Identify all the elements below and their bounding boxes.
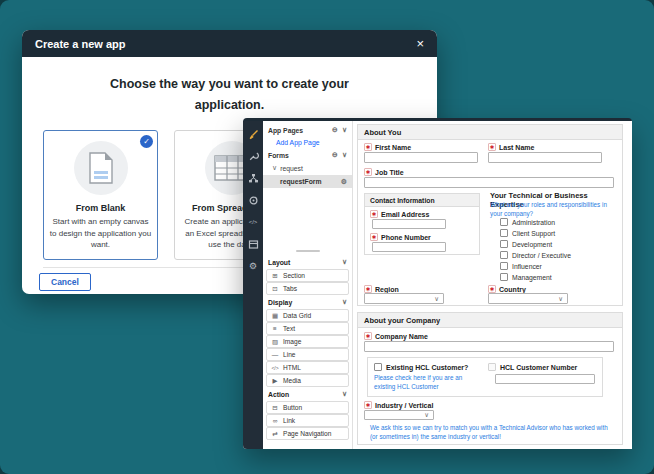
page-navigation-icon: ⇄ bbox=[271, 430, 279, 438]
cancel-button[interactable]: Cancel bbox=[39, 273, 91, 291]
checkbox-administration[interactable]: Administration bbox=[500, 218, 555, 226]
email-address-input[interactable] bbox=[372, 219, 446, 229]
palette-item-image[interactable]: ▨ Image bbox=[266, 335, 349, 348]
code-icon[interactable]: </> bbox=[247, 216, 259, 228]
close-icon[interactable]: × bbox=[416, 37, 424, 50]
industry-select[interactable]: ∨ bbox=[364, 410, 434, 420]
checkbox-icon[interactable] bbox=[500, 240, 508, 248]
last-name-input[interactable] bbox=[488, 152, 602, 163]
checkbox-icon[interactable] bbox=[500, 229, 508, 237]
region-select[interactable]: ∨ bbox=[364, 293, 444, 304]
job-title-input[interactable] bbox=[364, 177, 614, 188]
palette-item-label: Tabs bbox=[283, 285, 297, 292]
chevron-down-icon[interactable]: ∨ bbox=[342, 151, 347, 159]
wrench-icon[interactable] bbox=[247, 150, 259, 162]
add-app-page-link[interactable]: Add App Page bbox=[263, 137, 352, 147]
text-icon: ≡ bbox=[271, 325, 279, 332]
about-company-header: About your Company bbox=[358, 313, 622, 328]
left-icon-rail: </> ⚙ bbox=[243, 121, 263, 449]
required-icon: ∗ bbox=[364, 332, 372, 340]
palette-item-tabs[interactable]: ⊡ Tabs bbox=[266, 282, 349, 295]
company-name-input[interactable] bbox=[364, 341, 614, 352]
pages-panel: App Pages ⊖ ∨ Add App Page Forms ⊖ ∨ ∨ r… bbox=[263, 121, 353, 449]
contact-information-header: Contact Information bbox=[365, 194, 479, 207]
industry-label: ∗ Industry / Vertical bbox=[364, 401, 433, 409]
chevron-down-icon[interactable]: ∨ bbox=[342, 126, 347, 134]
data-store-icon[interactable] bbox=[247, 238, 259, 250]
palette-item-text[interactable]: ≡ Text bbox=[266, 322, 349, 335]
palette-item-media[interactable]: ▶ Media bbox=[266, 374, 349, 387]
palette-item-label: Media bbox=[283, 377, 301, 384]
palette-section-layout[interactable]: Layout ∨ bbox=[263, 257, 352, 267]
tree-item-label: request bbox=[280, 165, 303, 172]
app-pages-header[interactable]: App Pages ⊖ ∨ bbox=[263, 124, 352, 136]
palette-item-label: Text bbox=[283, 325, 295, 332]
palette-item-button[interactable]: ⊟ Button bbox=[266, 401, 349, 414]
lifecycle-icon[interactable] bbox=[247, 194, 259, 206]
customer-number-label-row: HCL Customer Number bbox=[488, 363, 577, 371]
tree-item-requestform[interactable]: requestForm ⚙ bbox=[263, 175, 352, 188]
collapse-all-icon[interactable]: ⊖ bbox=[332, 151, 338, 159]
palette-item-label: Line bbox=[283, 351, 295, 358]
collapse-all-icon[interactable]: ⊖ bbox=[332, 126, 338, 134]
checkbox-development[interactable]: Development bbox=[500, 240, 552, 248]
line-icon: — bbox=[271, 351, 279, 358]
forms-label: Forms bbox=[268, 152, 289, 159]
form-canvas: About You ∗ First Name ∗ Last Name ∗ Job… bbox=[353, 121, 632, 449]
image-icon: ▨ bbox=[271, 338, 279, 346]
from-blank-title: From Blank bbox=[44, 203, 157, 213]
desktop-background: Create a new app × Choose the way you wa… bbox=[0, 0, 654, 474]
from-blank-card[interactable]: ✓ From Blank Start with an empty canvas … bbox=[43, 130, 158, 260]
checkbox-icon[interactable] bbox=[500, 262, 508, 270]
checkbox-icon[interactable] bbox=[500, 218, 508, 226]
palette-item-line[interactable]: — Line bbox=[266, 348, 349, 361]
palette-item-label: Button bbox=[283, 404, 302, 411]
palette-item-data-grid[interactable]: ▦ Data Grid bbox=[266, 309, 349, 322]
palette-item-label: Link bbox=[283, 417, 295, 424]
palette-item-label: Section bbox=[283, 272, 305, 279]
action-label: Action bbox=[268, 391, 289, 398]
palette-item-label: HTML bbox=[283, 364, 301, 371]
required-icon: ∗ bbox=[364, 143, 372, 151]
required-icon: ∗ bbox=[370, 233, 378, 241]
customer-number-input[interactable] bbox=[495, 374, 595, 384]
job-title-label: ∗ Job Title bbox=[364, 168, 404, 176]
palette-item-page-navigation[interactable]: ⇄ Page Navigation bbox=[266, 427, 349, 440]
blank-document-icon bbox=[74, 141, 128, 195]
palette-item-section[interactable]: ⊞ Section bbox=[266, 269, 349, 282]
html-icon: </> bbox=[271, 365, 279, 371]
selected-check-icon: ✓ bbox=[140, 135, 153, 148]
palette-section-action[interactable]: Action ∨ bbox=[263, 389, 352, 399]
panel-drag-handle[interactable] bbox=[296, 250, 320, 252]
tree-item-request[interactable]: ∨ request bbox=[263, 163, 352, 173]
existing-customer-checkbox[interactable]: Existing HCL Customer? bbox=[374, 363, 468, 371]
palette-item-label: Image bbox=[283, 338, 301, 345]
checkbox-management[interactable]: Management bbox=[500, 273, 552, 281]
first-name-input[interactable] bbox=[364, 152, 478, 163]
palette-item-link[interactable]: ∞ Link bbox=[266, 414, 349, 427]
settings-gear-icon[interactable]: ⚙ bbox=[247, 260, 259, 272]
country-label: ∗ Country bbox=[488, 285, 526, 293]
checkbox-icon[interactable] bbox=[500, 251, 508, 259]
paint-brush-icon[interactable] bbox=[247, 128, 259, 140]
form-settings-gear-icon[interactable]: ⚙ bbox=[341, 178, 347, 186]
checkbox-director-executive[interactable]: Director / Executive bbox=[500, 251, 571, 259]
sitemap-icon[interactable] bbox=[247, 172, 259, 184]
section-icon: ⊞ bbox=[271, 272, 279, 280]
expertise-helper: What are your roles and responsibilities… bbox=[490, 201, 610, 218]
required-icon: ∗ bbox=[364, 401, 372, 409]
forms-header[interactable]: Forms ⊖ ∨ bbox=[263, 149, 352, 161]
checkbox-client-support[interactable]: Client Support bbox=[500, 229, 555, 237]
palette-item-html[interactable]: </> HTML bbox=[266, 361, 349, 374]
select-caret-icon: ∨ bbox=[558, 295, 563, 303]
section-about-you: About You ∗ First Name ∗ Last Name ∗ Job… bbox=[357, 124, 623, 306]
modal-heading: Choose the way you want to create your a… bbox=[85, 74, 375, 115]
checkbox-icon[interactable] bbox=[500, 273, 508, 281]
phone-number-input[interactable] bbox=[372, 242, 446, 252]
palette-section-display[interactable]: Display ∨ bbox=[263, 297, 352, 307]
checkbox-icon[interactable] bbox=[374, 363, 382, 371]
country-select[interactable]: ∨ bbox=[488, 293, 568, 304]
modal-header: Create a new app × bbox=[22, 30, 437, 57]
palette-item-label: Data Grid bbox=[283, 312, 311, 319]
checkbox-influencer[interactable]: Influencer bbox=[500, 262, 542, 270]
